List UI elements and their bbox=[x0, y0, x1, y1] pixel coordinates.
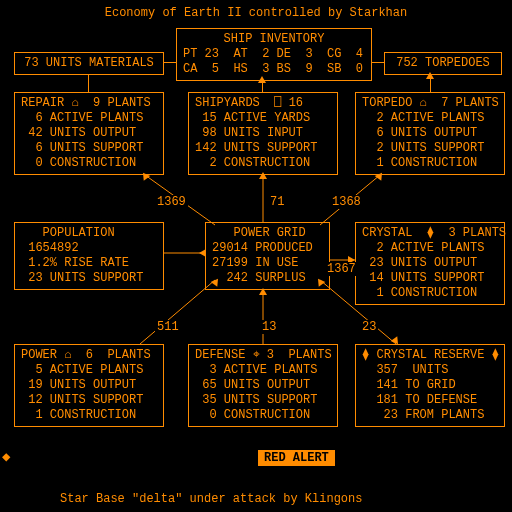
line bbox=[88, 75, 89, 92]
crystal-reserve-togrid: 141 TO GRID bbox=[362, 378, 498, 393]
defense-header: DEFENSE ⌖ 3 PLANTS bbox=[195, 348, 331, 363]
crystal-reserve-units: 357 UNITS bbox=[362, 363, 498, 378]
repair-box[interactable]: REPAIR ⌂ 9 PLANTS 6 ACTIVE PLANTS 42 UNI… bbox=[14, 92, 164, 175]
edge-label: 13 bbox=[260, 320, 278, 334]
ship-inventory-line2: CA 5 HS 3 BS 9 SB 0 bbox=[183, 62, 365, 77]
crystal-construction: 1 CONSTRUCTION bbox=[362, 286, 498, 301]
torpedo-output: 6 UNITS OUTPUT bbox=[362, 126, 498, 141]
repair-output: 42 UNITS OUTPUT bbox=[21, 126, 157, 141]
repair-active: 6 ACTIVE PLANTS bbox=[21, 111, 157, 126]
population-support: 23 UNITS SUPPORT bbox=[21, 271, 157, 286]
crystal-active: 2 ACTIVE PLANTS bbox=[362, 241, 498, 256]
power-grid-header: POWER GRID bbox=[212, 226, 323, 241]
shipyards-header: SHIPYARDS ⎕ 16 bbox=[195, 96, 331, 111]
power-output: 19 UNITS OUTPUT bbox=[21, 378, 157, 393]
crystal-reserve-box[interactable]: ⧫ CRYSTAL RESERVE ⧫ 357 UNITS 141 TO GRI… bbox=[355, 344, 505, 427]
arrow-up-icon bbox=[426, 72, 434, 79]
crystal-header: CRYSTAL ⧫ 3 PLANTS bbox=[362, 226, 498, 241]
page-title: Economy of Earth II controlled by Starkh… bbox=[0, 0, 512, 20]
power-grid-produced: 29014 PRODUCED bbox=[212, 241, 323, 256]
defense-box[interactable]: DEFENSE ⌖ 3 PLANTS 3 ACTIVE PLANTS 65 UN… bbox=[188, 344, 338, 427]
repair-support: 6 UNITS SUPPORT bbox=[21, 141, 157, 156]
population-count: 1654892 bbox=[21, 241, 157, 256]
shipyards-construction: 2 CONSTRUCTION bbox=[195, 156, 331, 171]
defense-output: 65 UNITS OUTPUT bbox=[195, 378, 331, 393]
line bbox=[164, 62, 176, 63]
crystal-support: 14 UNITS SUPPORT bbox=[362, 271, 498, 286]
materials-value: 73 UNITS MATERIALS bbox=[21, 56, 157, 71]
shipyards-box[interactable]: SHIPYARDS ⎕ 16 15 ACTIVE YARDS 98 UNITS … bbox=[188, 92, 338, 175]
defense-support: 35 UNITS SUPPORT bbox=[195, 393, 331, 408]
ship-inventory-header: SHIP INVENTORY bbox=[183, 32, 365, 47]
arrow-up-icon bbox=[258, 76, 266, 83]
materials-box[interactable]: 73 UNITS MATERIALS bbox=[14, 52, 164, 75]
torpedo-box[interactable]: TORPEDO ⌂ 7 PLANTS 2 ACTIVE PLANTS 6 UNI… bbox=[355, 92, 505, 175]
arrow-up-icon bbox=[259, 288, 267, 295]
power-construction: 1 CONSTRUCTION bbox=[21, 408, 157, 423]
crystal-output: 23 UNITS OUTPUT bbox=[362, 256, 498, 271]
torpedo-construction: 1 CONSTRUCTION bbox=[362, 156, 498, 171]
population-header: POPULATION bbox=[21, 226, 157, 241]
torpedoes-value: 752 TORPEDOES bbox=[391, 56, 495, 71]
torpedo-support: 2 UNITS SUPPORT bbox=[362, 141, 498, 156]
power-header: POWER ⌂ 6 PLANTS bbox=[21, 348, 157, 363]
crystal-reserve-fromplants: 23 FROM PLANTS bbox=[362, 408, 498, 423]
alert-message: Star Base "delta" under attack by Klingo… bbox=[60, 492, 362, 506]
edge-label: 71 bbox=[268, 195, 286, 209]
torpedoes-box[interactable]: 752 TORPEDOES bbox=[384, 52, 502, 75]
shipyards-support: 142 UNITS SUPPORT bbox=[195, 141, 331, 156]
torpedo-header: TORPEDO ⌂ 7 PLANTS bbox=[362, 96, 498, 111]
edge-label: 1367 bbox=[325, 262, 358, 276]
power-grid-box[interactable]: POWER GRID 29014 PRODUCED 27199 IN USE 2… bbox=[205, 222, 330, 290]
power-grid-surplus: 242 SURPLUS bbox=[212, 271, 323, 286]
population-box[interactable]: POPULATION 1654892 1.2% RISE RATE 23 UNI… bbox=[14, 222, 164, 290]
torpedo-active: 2 ACTIVE PLANTS bbox=[362, 111, 498, 126]
power-support: 12 UNITS SUPPORT bbox=[21, 393, 157, 408]
crystal-box[interactable]: CRYSTAL ⧫ 3 PLANTS 2 ACTIVE PLANTS 23 UN… bbox=[355, 222, 505, 305]
line bbox=[372, 62, 384, 63]
edge-label: 23 bbox=[360, 320, 378, 334]
arrow-left-icon bbox=[199, 249, 206, 257]
population-rise: 1.2% RISE RATE bbox=[21, 256, 157, 271]
ship-inventory-box[interactable]: SHIP INVENTORY PT 23 AT 2 DE 3 CG 4 CA 5… bbox=[176, 28, 372, 81]
ship-inventory-line1: PT 23 AT 2 DE 3 CG 4 bbox=[183, 47, 365, 62]
repair-construction: 0 CONSTRUCTION bbox=[21, 156, 157, 171]
red-alert-badge: RED ALERT bbox=[258, 450, 335, 466]
arrow-up-icon bbox=[259, 172, 267, 179]
power-box[interactable]: POWER ⌂ 6 PLANTS 5 ACTIVE PLANTS 19 UNIT… bbox=[14, 344, 164, 427]
edge-label: 1369 bbox=[155, 195, 188, 209]
prompt-caret: ◆ bbox=[2, 448, 10, 465]
shipyards-input: 98 UNITS INPUT bbox=[195, 126, 331, 141]
repair-header: REPAIR ⌂ 9 PLANTS bbox=[21, 96, 157, 111]
shipyards-active: 15 ACTIVE YARDS bbox=[195, 111, 331, 126]
power-active: 5 ACTIVE PLANTS bbox=[21, 363, 157, 378]
power-grid-inuse: 27199 IN USE bbox=[212, 256, 323, 271]
edge-label: 511 bbox=[155, 320, 181, 334]
crystal-reserve-header: ⧫ CRYSTAL RESERVE ⧫ bbox=[362, 348, 498, 363]
crystal-reserve-todefense: 181 TO DEFENSE bbox=[362, 393, 498, 408]
edge-label: 1368 bbox=[330, 195, 363, 209]
defense-construction: 0 CONSTRUCTION bbox=[195, 408, 331, 423]
defense-active: 3 ACTIVE PLANTS bbox=[195, 363, 331, 378]
